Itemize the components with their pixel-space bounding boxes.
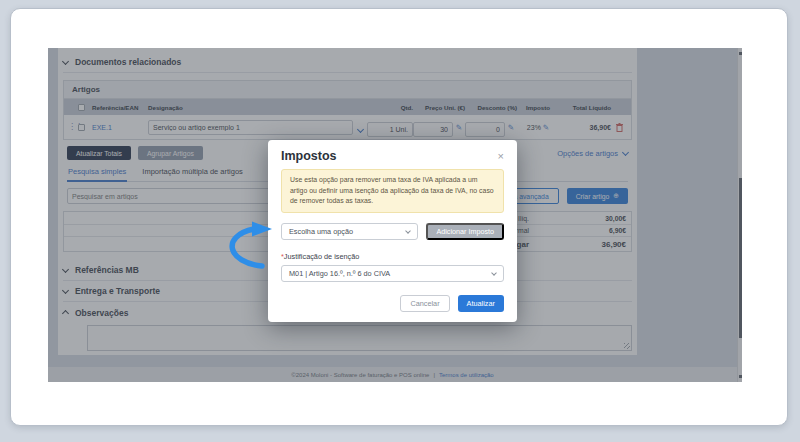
annotation-arrow xyxy=(210,219,282,271)
chevron-down-icon xyxy=(406,228,412,234)
impostos-modal: Impostos × Use esta opção para remover u… xyxy=(268,140,517,322)
close-icon[interactable]: × xyxy=(498,151,504,162)
modal-atualizar-button[interactable]: Atualizar xyxy=(458,295,504,312)
screenshot-stage: Documentos relacionados Artigos Referênc… xyxy=(0,0,800,442)
adicionar-imposto-button[interactable]: Adicionar Imposto xyxy=(426,223,504,240)
exemption-label: *Justificação de isenção xyxy=(281,252,504,261)
modal-warning-text: Use esta opção para remover uma taxa de … xyxy=(281,169,504,213)
modal-cancelar-button[interactable]: Cancelar xyxy=(400,295,449,312)
tax-select[interactable]: Escolha uma opção xyxy=(281,223,418,240)
modal-title: Impostos xyxy=(281,149,337,163)
chevron-down-icon xyxy=(491,270,497,276)
exemption-select[interactable]: M01 | Artigo 16.º, n.º 6 do CIVA xyxy=(281,265,504,282)
